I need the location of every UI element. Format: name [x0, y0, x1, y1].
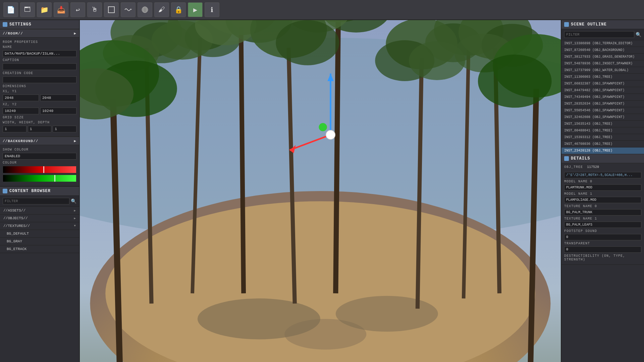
toolbar-btn-undo[interactable]: ↩ [70, 2, 85, 17]
destructibility-label: DESTRUCTIBILITY (ON, TYPE, STRENGTH) [564, 254, 641, 261]
height-input[interactable] [28, 126, 52, 132]
model-name-0-label: MODEL NAME 0 [564, 180, 641, 183]
detail-script-value[interactable]: /'S'/Z=287,ROTX=-5,SCALE=466,H... [564, 172, 641, 178]
outline-item-6[interactable]: INST_66832387 (OBJ_SPAWNPOINT) [561, 80, 644, 87]
toolbar-btn-wave[interactable] [121, 2, 136, 17]
room-collapse-arrow[interactable]: ▶ [74, 31, 76, 36]
grid-size-label: GRID SIZE [3, 116, 76, 119]
outline-item-13[interactable]: INST_60488041 (OBJ_TREE) [561, 127, 644, 134]
outline-item-3[interactable]: INST_54878936 (OBJ_INSECT_SPAWNER) [561, 60, 644, 67]
viewport[interactable] [80, 20, 561, 362]
texture-name-1-label: TEXTURE NAME 1 [564, 217, 641, 221]
scene-canvas [80, 20, 561, 362]
outline-item-9[interactable]: INST_28352634 (OBJ_SPAWNPOINT) [561, 101, 644, 107]
scene-outline-list: INST_13386898 (OBJ_TERRAIN_EDITOR) INST_… [561, 40, 644, 154]
svg-point-9 [284, 319, 366, 350]
x2y2-label: X2, Y2 [3, 103, 76, 106]
toolbar-btn-import[interactable]: 📥 [54, 2, 68, 17]
browser-item-objects[interactable]: //OBJECTS// [0, 215, 79, 222]
svg-point-52 [326, 130, 335, 139]
model-name-1-input[interactable] [564, 197, 641, 203]
scene-outline-filter-input[interactable] [564, 31, 634, 38]
outline-item-10[interactable]: INST_55054546 (OBJ_SPAWNPOINT) [561, 107, 644, 114]
width-input[interactable] [3, 126, 26, 132]
colour-bar-green[interactable] [3, 175, 76, 182]
outline-item-5[interactable]: INST_11306003 (OBJ_TREE) [561, 74, 644, 80]
browser-item-assets[interactable]: //ASSETS// [0, 207, 79, 215]
details-title: DETAILS [571, 156, 590, 161]
toolbar-btn-play[interactable]: ▶ [188, 2, 203, 17]
outline-item-4[interactable]: INST_12737909 (OBJ_WATER_GLOBAL) [561, 67, 644, 74]
name-label: NAME [3, 45, 76, 49]
background-collapse-arrow[interactable]: ▶ [74, 139, 76, 143]
toolbar-btn-stack[interactable] [104, 2, 119, 17]
x1-input[interactable] [3, 95, 39, 101]
details-header: DETAILS [561, 154, 644, 163]
background-header-label: //BACKGROUND// [3, 139, 38, 143]
outline-item-8[interactable]: INST_74349494 (OBJ_SPAWNPOINT) [561, 94, 644, 101]
model-name-0-input[interactable] [564, 184, 641, 191]
content-browser-header: CONTENT BROWSER [0, 187, 79, 196]
settings-header: SETTINGS [0, 20, 79, 29]
outline-item-1[interactable]: INST_87260540 (OBJ_BACKGROUND) [561, 47, 644, 54]
content-browser-search-btn[interactable]: 🔍 [71, 198, 76, 204]
main-area: SETTINGS //ROOM// ▶ ROOM PROPERTIES NAME… [0, 20, 644, 362]
outline-item-2[interactable]: INST_38127933 (OBJ_GRASS_GENERATOR) [561, 54, 644, 60]
toolbar-btn-sphere[interactable] [138, 2, 152, 17]
creation-code-label: CREATION CODE [3, 71, 76, 75]
content-browser-filter-input[interactable] [3, 198, 69, 204]
svg-line-18 [241, 27, 244, 293]
transparent-label: TRANSPARENT [564, 242, 641, 245]
background-section: SHOW COLOUR COLOUR [0, 145, 79, 186]
toolbar: 📄 🗔 📁 📥 ↩ 🖱 🖌 🔒 ▶ ℹ [0, 0, 644, 20]
obj-type-label: OBJ_TREE [564, 165, 583, 169]
texture-name-0-input[interactable] [564, 209, 641, 216]
toolbar-btn-paint[interactable]: 🖌 [154, 2, 169, 17]
y1-input[interactable] [40, 95, 76, 101]
content-browser-filter-row: 🔍 [0, 196, 79, 207]
browser-item-bg-etrack[interactable]: BG_ETRACK [0, 245, 79, 253]
toolbar-btn-info[interactable]: ℹ [205, 2, 219, 17]
toolbar-btn-select[interactable]: 🖱 [87, 2, 102, 17]
outline-item-15[interactable]: INST_46708036 (OBJ_TREE) [561, 141, 644, 147]
room-properties-label: ROOM PROPERTIES [3, 40, 76, 44]
footstep-sound-input[interactable] [564, 234, 641, 240]
browser-item-bg-gray[interactable]: BG_GRAY [0, 238, 79, 245]
texture-name-1-input[interactable] [564, 222, 641, 228]
toolbar-btn-open[interactable]: 🗔 [20, 2, 35, 17]
caption-input[interactable] [3, 63, 76, 70]
outline-item-16[interactable]: INST_23420128 (OBJ_TREE) [561, 147, 644, 154]
background-header-row[interactable]: //BACKGROUND// ▶ [0, 137, 79, 145]
outline-item-12[interactable]: INST_15635143 (OBJ_TREE) [561, 121, 644, 127]
browser-item-bg-default[interactable]: BG_DEFAULT [0, 230, 79, 238]
room-header-row[interactable]: //ROOM// ▶ [0, 29, 79, 38]
caption-label: CAPTION [3, 58, 76, 62]
whd-row [3, 126, 76, 134]
scene-outline-search-btn[interactable]: 🔍 [636, 32, 641, 37]
colour-bar-red[interactable] [3, 166, 76, 173]
name-input[interactable] [3, 50, 76, 57]
show-colour-input[interactable] [3, 153, 76, 160]
svg-line-29 [336, 20, 338, 293]
content-browser-title: CONTENT BROWSER [9, 189, 51, 193]
svg-rect-0 [108, 7, 114, 13]
outline-item-14[interactable]: INST_15393312 (OBJ_TREE) [561, 134, 644, 141]
depth-input[interactable] [53, 126, 76, 132]
settings-title: SETTINGS [9, 22, 32, 27]
content-browser: CONTENT BROWSER 🔍 //ASSETS// //OBJECTS//… [0, 186, 79, 253]
scene-outline-filter-row: 🔍 [561, 29, 644, 40]
svg-point-39 [409, 41, 465, 80]
x2-input[interactable] [3, 108, 39, 114]
toolbar-btn-new[interactable]: 📄 [3, 2, 18, 17]
transparent-input[interactable] [564, 246, 641, 253]
scene-outline-title: SCENE OUTLINE [571, 22, 607, 27]
creation-code-input[interactable] [3, 76, 76, 83]
y2-input[interactable] [40, 108, 76, 114]
outline-item-7[interactable]: INST_84479482 (OBJ_SPAWNPOINT) [561, 87, 644, 94]
outline-item-11[interactable]: INST_32462608 (OBJ_SPAWNPOINT) [561, 114, 644, 121]
toolbar-btn-save[interactable]: 📁 [37, 2, 52, 17]
scene-outline-header: SCENE OUTLINE [561, 20, 644, 29]
toolbar-btn-lock[interactable]: 🔒 [171, 2, 186, 17]
outline-item-0[interactable]: INST_13386898 (OBJ_TERRAIN_EDITOR) [561, 40, 644, 47]
browser-item-textures[interactable]: //TEXTURES// [0, 222, 79, 230]
